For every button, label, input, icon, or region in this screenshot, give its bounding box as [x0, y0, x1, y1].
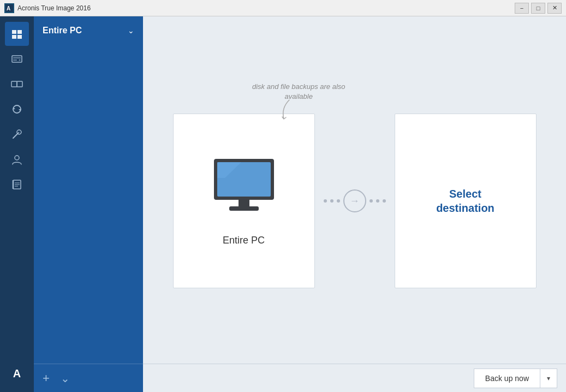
icon-sidebar-bottom: A [5, 361, 29, 392]
source-card[interactable]: Entire PC [173, 114, 315, 288]
destination-label: Select destination [436, 187, 494, 215]
maximize-button[interactable]: □ [531, 3, 545, 14]
title-bar-controls[interactable]: − □ ✕ [515, 3, 562, 14]
back-up-now-button[interactable]: Back up now [474, 369, 540, 388]
close-button[interactable]: ✕ [547, 3, 562, 14]
svg-point-9 [19, 60, 21, 61]
svg-rect-5 [17, 35, 22, 39]
icon-sidebar: A [0, 16, 34, 392]
destination-card[interactable]: Select destination [395, 114, 537, 288]
nav-sidebar-bottom: + ⌄ [34, 364, 143, 392]
content-area: disk and file backups are also available [143, 16, 566, 364]
title-bar: A Acronis True Image 2016 − □ ✕ [0, 0, 566, 16]
computer-icon [208, 156, 279, 216]
annotation-arrow [273, 97, 303, 127]
source-card-label: Entire PC [223, 235, 265, 246]
svg-rect-10 [11, 81, 17, 87]
window-title: Acronis True Image 2016 [17, 4, 91, 12]
svg-marker-13 [19, 109, 21, 111]
bottom-bar: Back up now ▾ [143, 364, 566, 392]
svg-rect-26 [239, 200, 249, 206]
nav-header-title: Entire PC [43, 26, 82, 35]
sidebar-item-clone[interactable] [5, 72, 29, 96]
svg-text:A: A [7, 5, 10, 11]
minimize-button[interactable]: − [515, 3, 529, 14]
sidebar-item-help[interactable] [5, 173, 29, 197]
sidebar-item-tools[interactable] [5, 122, 29, 146]
svg-rect-2 [12, 30, 16, 34]
arrow-circle: → [343, 189, 366, 212]
svg-point-17 [15, 156, 19, 160]
add-backup-button[interactable]: + [43, 371, 50, 385]
sidebar-item-backup[interactable] [5, 22, 29, 46]
sidebar-item-account[interactable] [5, 147, 29, 171]
dot-3 [337, 199, 340, 203]
dot-4 [370, 199, 373, 203]
cards-row: Entire PC → Select destination [173, 114, 537, 288]
nav-sidebar: Entire PC ⌄ + ⌄ [34, 16, 143, 392]
dot-2 [330, 199, 333, 203]
nav-header-chevron[interactable]: ⌄ [128, 26, 134, 35]
main-content: disk and file backups are also available [143, 16, 566, 392]
main-container: A Entire PC ⌄ + ⌄ disk and file backups … [0, 16, 566, 392]
sidebar-item-disk[interactable] [5, 47, 29, 71]
back-up-dropdown-button[interactable]: ▾ [540, 369, 557, 388]
sidebar-item-sync[interactable] [5, 97, 29, 121]
svg-rect-6 [12, 56, 22, 62]
dot-6 [383, 199, 386, 203]
connector: → [315, 189, 395, 212]
svg-rect-7 [13, 57, 21, 58]
nav-bottom-chevron[interactable]: ⌄ [61, 372, 70, 385]
title-bar-left: A Acronis True Image 2016 [4, 3, 91, 13]
sidebar-item-acronis[interactable]: A [5, 361, 29, 385]
svg-rect-3 [17, 30, 22, 34]
dot-1 [324, 199, 327, 203]
svg-rect-8 [13, 60, 17, 61]
svg-rect-27 [229, 206, 259, 211]
app-icon: A [4, 3, 14, 13]
svg-rect-11 [17, 81, 22, 87]
svg-rect-4 [12, 35, 16, 39]
svg-marker-12 [13, 107, 15, 109]
dot-5 [376, 199, 379, 203]
svg-line-16 [18, 132, 19, 133]
nav-header: Entire PC ⌄ [34, 16, 143, 45]
